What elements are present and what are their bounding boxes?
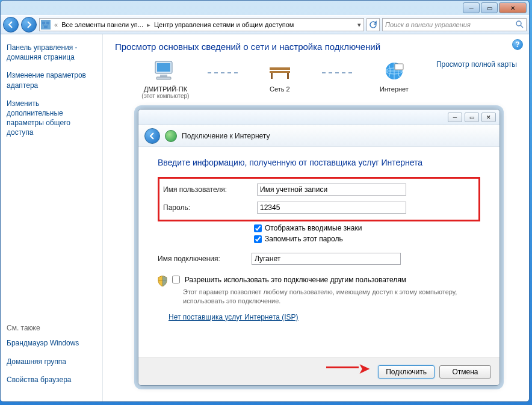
window-titlebar: ─ ▭ ✕: [1, 1, 529, 15]
svg-rect-2: [44, 26, 48, 28]
node-network: Сеть 2: [244, 60, 316, 93]
node-pc-sublabel: (этот компьютер): [129, 93, 202, 99]
dialog-footer: ➤ Подключить Отмена: [138, 357, 500, 385]
svg-rect-9: [270, 71, 290, 73]
remember-row: Запомнить этот пароль: [254, 235, 480, 243]
connection-name-row: Имя подключения:: [158, 253, 480, 265]
sidebar-homegroup-link[interactable]: Домашняя группа: [7, 357, 96, 366]
network-map: ДМИТРИЙ-ПК (этот компьютер) Сеть 2 Интер…: [115, 60, 517, 99]
sidebar-firewall-link[interactable]: Брандмауэр Windows: [7, 338, 96, 348]
chevron-down-icon[interactable]: ▾: [356, 21, 362, 29]
connection-name-input[interactable]: [252, 253, 401, 265]
minimize-button[interactable]: ─: [463, 2, 480, 13]
connect-to-internet-dialog: ─ ▭ ✕ Подключение к Интернету Введите ин…: [138, 109, 500, 386]
show-chars-row: Отображать вводимые знаки: [254, 224, 480, 232]
globe-icon: [382, 60, 407, 83]
connection-line: [208, 72, 238, 73]
node-net-label: Сеть 2: [244, 85, 316, 93]
bench-icon: [267, 60, 292, 83]
node-this-pc: ДМИТРИЙ-ПК (этот компьютер): [129, 60, 202, 99]
dialog-back-button[interactable]: [144, 128, 160, 144]
search-input[interactable]: Поиск в панели управления: [382, 18, 527, 31]
sidebar-adapter-link[interactable]: Изменение параметров адаптера: [7, 70, 96, 90]
shield-icon: [158, 276, 167, 286]
close-button[interactable]: ✕: [499, 2, 527, 13]
dialog-minimize-button[interactable]: ─: [448, 113, 462, 122]
breadcrumb-part-1[interactable]: Все элементы панели уп...: [61, 21, 143, 28]
username-input[interactable]: [257, 184, 406, 196]
svg-rect-1: [46, 22, 49, 24]
show-chars-label: Отображать вводимые знаки: [265, 224, 362, 232]
dialog-header: Подключение к Интернету: [138, 125, 500, 147]
address-breadcrumb[interactable]: « Все элементы панели уп... ▸ Центр упра…: [39, 18, 364, 31]
svg-rect-7: [156, 77, 171, 79]
svg-rect-8: [270, 67, 290, 70]
allow-others-label: Разрешить использовать это подключение д…: [185, 276, 406, 284]
dialog-heading: Введите информацию, полученную от постав…: [158, 158, 480, 167]
remember-checkbox[interactable]: [254, 235, 262, 243]
svg-rect-10: [271, 73, 273, 79]
dialog-maximize-button[interactable]: ▭: [465, 113, 479, 122]
help-icon[interactable]: ?: [512, 39, 523, 50]
dialog-body: Введите информацию, полученную от постав…: [138, 147, 500, 326]
svg-point-3: [516, 21, 521, 26]
node-internet: Интернет: [358, 60, 430, 93]
sidebar-home-link[interactable]: Панель управления - домашняя страница: [7, 43, 96, 62]
maximize-button[interactable]: ▭: [481, 2, 498, 13]
remember-label: Запомнить этот пароль: [265, 235, 343, 243]
computer-icon: [153, 60, 178, 83]
see-also-title: См. также: [7, 324, 96, 332]
page-title: Просмотр основных сведений о сети и наст…: [115, 42, 517, 52]
username-label: Имя пользователя:: [163, 185, 257, 194]
nav-forward-button[interactable]: [21, 17, 37, 32]
sidebar-browser-link[interactable]: Свойства браузера: [7, 375, 96, 385]
connect-button[interactable]: Подключить: [378, 365, 435, 379]
sidebar: Панель управления - домашняя страница Из…: [1, 34, 103, 401]
sidebar-sharing-link[interactable]: Изменить дополнительные параметры общего…: [7, 99, 96, 138]
dialog-title: Подключение к Интернету: [182, 132, 270, 140]
arrow-left-icon: [149, 132, 156, 140]
globe-icon: [165, 130, 177, 142]
control-panel-window: ─ ▭ ✕ « Все элементы панели уп... ▸ Цент…: [0, 0, 530, 402]
cancel-button[interactable]: Отмена: [439, 365, 491, 379]
network-center-icon: [41, 20, 51, 29]
see-also-section: См. также Брандмауэр Windows Домашняя гр…: [7, 324, 96, 393]
show-chars-checkbox[interactable]: [254, 224, 262, 232]
node-internet-label: Интернет: [358, 85, 430, 93]
refresh-icon: [369, 20, 377, 29]
nav-back-button[interactable]: [3, 17, 19, 32]
search-placeholder: Поиск в панели управления: [385, 21, 471, 28]
search-icon[interactable]: [515, 20, 524, 29]
password-label: Пароль:: [163, 203, 257, 212]
arrow-right-icon: [25, 21, 32, 28]
navigation-bar: « Все элементы панели уп... ▸ Центр упра…: [1, 15, 529, 34]
no-isp-link[interactable]: Нет поставщика услуг Интернета (ISP): [169, 313, 480, 321]
arrow-left-icon: [7, 21, 14, 28]
svg-rect-5: [157, 63, 170, 72]
allow-others-checkbox[interactable]: [172, 276, 180, 283]
annotation-highlight: Имя пользователя: Пароль:: [158, 177, 480, 221]
breadcrumb-part-2[interactable]: Центр управления сетями и общим доступом: [154, 21, 294, 28]
allow-others-description: Этот параметр позволяет любому пользоват…: [183, 288, 480, 306]
view-full-map-link[interactable]: Просмотр полной карты: [436, 60, 517, 69]
svg-rect-6: [160, 75, 167, 77]
connection-line: [322, 72, 352, 73]
node-pc-label: ДМИТРИЙ-ПК: [129, 85, 202, 93]
password-row: Пароль:: [163, 202, 475, 214]
refresh-button[interactable]: [367, 18, 380, 31]
svg-rect-11: [287, 73, 289, 79]
username-row: Имя пользователя:: [163, 184, 475, 196]
dialog-close-button[interactable]: ✕: [481, 113, 496, 122]
svg-rect-14: [395, 64, 403, 70]
svg-rect-0: [42, 22, 45, 24]
dialog-titlebar: ─ ▭ ✕: [138, 110, 500, 125]
connection-name-label: Имя подключения:: [158, 255, 252, 263]
annotation-arrow-icon: ➤: [359, 361, 370, 377]
allow-others-row: Разрешить использовать это подключение д…: [158, 276, 480, 286]
password-input[interactable]: [257, 202, 406, 214]
